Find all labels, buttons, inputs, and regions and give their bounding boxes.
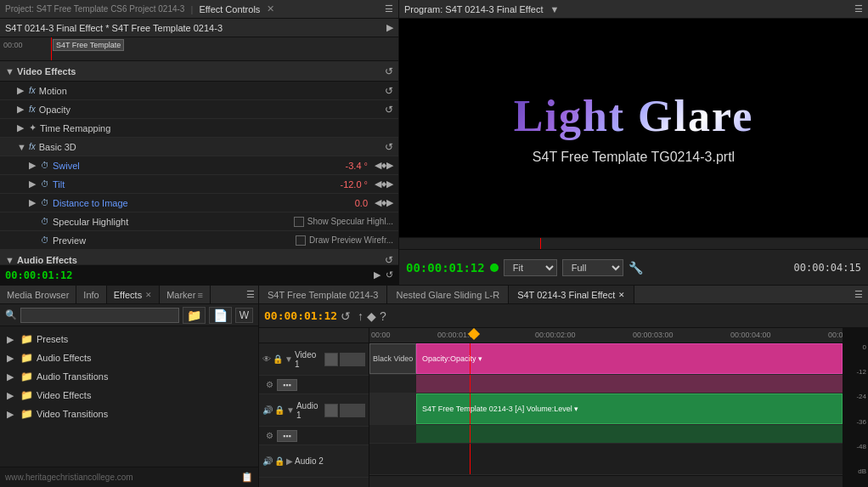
db-label: dB xyxy=(844,467,866,475)
seq-play-arrow[interactable]: ▶ xyxy=(386,22,393,33)
tilt-expand[interactable]: ▶ xyxy=(29,178,37,190)
timeline-scrollbar[interactable] xyxy=(369,475,843,487)
time-remap-name: Time Remapping xyxy=(40,123,393,133)
video1-dropdown-arrow[interactable]: ▼ xyxy=(285,354,293,364)
preview-subtitle: S4T Free Template TG0214-3.prtl xyxy=(514,150,753,165)
effect-controls-close[interactable]: ✕ xyxy=(267,3,274,14)
new-bin-btn[interactable]: 📁 xyxy=(183,307,206,324)
video-opacity-clip[interactable]: Opacity:Opacity ▾ xyxy=(416,343,843,374)
tree-item-presets[interactable]: ▶ 📁 Presets xyxy=(0,330,258,348)
playhead xyxy=(51,37,52,60)
tilt-nav-right[interactable]: ▶ xyxy=(386,178,393,190)
footer-icon[interactable]: 📋 xyxy=(241,472,253,483)
swivel-value[interactable]: -3.4 ° xyxy=(346,161,368,171)
timeline-tab-s4t-final[interactable]: S4T 0214-3 Final Effect ✕ xyxy=(509,286,634,303)
timeline-panel-menu[interactable]: ☰ xyxy=(849,289,868,300)
audio-effects-reset[interactable]: ↺ xyxy=(385,254,393,265)
video1-clip-btn1[interactable]: ▪▪▪ xyxy=(277,379,297,391)
timeline-time-display[interactable]: 00:00:01:12 xyxy=(264,309,337,322)
audio1-ctrl1[interactable] xyxy=(324,404,338,417)
swivel-nav-right[interactable]: ▶ xyxy=(386,160,393,171)
tree-item-video-effects[interactable]: ▶ 📁 Video Effects xyxy=(0,386,258,405)
extra-btn[interactable]: W xyxy=(235,308,253,323)
tab-effects[interactable]: Effects ✕ xyxy=(107,286,160,303)
monitor-time-display[interactable]: 00:00:01:12 xyxy=(406,261,485,275)
effects-tab-close[interactable]: ✕ xyxy=(145,291,152,299)
quality-dropdown[interactable]: Full Half Quarter xyxy=(562,259,623,276)
monitor-menu[interactable]: ☰ xyxy=(854,3,863,14)
preview-checkbox[interactable] xyxy=(296,235,306,246)
loop-btn[interactable]: ↺ xyxy=(386,269,393,280)
play-btn[interactable]: ▶ xyxy=(374,269,380,280)
wrench-icon[interactable]: 🔧 xyxy=(628,261,643,275)
video1-clip-controls[interactable]: ⚙ xyxy=(266,380,273,389)
video-effects-expand[interactable]: ▼ xyxy=(5,66,14,76)
tl-refresh-btn[interactable]: ↺ xyxy=(341,309,351,323)
audio2-speaker-icon[interactable]: 🔊 xyxy=(262,456,273,466)
search-input[interactable] xyxy=(20,308,179,323)
tree-item-audio-transitions[interactable]: ▶ 📁 Audio Transitions xyxy=(0,367,258,386)
motion-reset[interactable]: ↺ xyxy=(385,85,393,97)
tl-marker-btn[interactable]: ◆ xyxy=(367,309,376,323)
tab-marker[interactable]: Marker ≡ xyxy=(160,286,211,303)
video1-ctrl2[interactable] xyxy=(340,353,365,366)
audio-effects-section-header[interactable]: ▼ Audio Effects ↺ xyxy=(0,250,398,264)
tl-lift-btn[interactable]: ↑ xyxy=(358,309,364,323)
video-effects-section-header[interactable]: ▼ Video Effects ↺ xyxy=(0,61,398,82)
timeline-tab-s4t-template[interactable]: S4T Free Template 0214-3 xyxy=(259,286,387,303)
monitor-dropdown[interactable]: ▼ xyxy=(550,4,559,14)
audio1-track: S4T Free Template 0214-3 [A] Volume:Leve… xyxy=(369,394,843,425)
specular-checkbox[interactable] xyxy=(294,217,304,227)
audio1-speaker-icon[interactable]: 🔊 xyxy=(262,405,273,415)
audio-effects-expand[interactable]: ▼ xyxy=(5,255,14,265)
motion-fx-badge: fx xyxy=(29,86,36,95)
audio1-clip-btn1[interactable]: ▪▪▪ xyxy=(277,430,297,442)
tab-media-browser[interactable]: Media Browser xyxy=(0,286,76,303)
distance-expand[interactable]: ▶ xyxy=(29,197,37,208)
tilt-nav-left[interactable]: ◀ xyxy=(375,178,381,190)
video1-name: Video 1 xyxy=(295,350,323,369)
monitor-viewport: Light Glare S4T Free Template TG0214-3.p… xyxy=(399,19,868,237)
video-effects-reset[interactable]: ↺ xyxy=(385,65,393,77)
audio1-clip[interactable]: S4T Free Template 0214-3 [A] Volume:Leve… xyxy=(416,394,843,424)
audio-effects-title: Audio Effects xyxy=(17,255,77,265)
black-video-clip[interactable]: Black Video xyxy=(369,343,416,374)
tl-question-btn[interactable]: ? xyxy=(380,309,386,323)
fit-dropdown[interactable]: Fit 25% 50% 100% xyxy=(504,259,557,276)
audio-sub-playhead xyxy=(470,425,471,443)
effects-panel-menu[interactable]: ☰ xyxy=(243,289,258,300)
opacity-reset[interactable]: ↺ xyxy=(385,104,393,116)
audio1-dropdown-arrow[interactable]: ▼ xyxy=(286,405,295,415)
swivel-expand[interactable]: ▶ xyxy=(29,160,37,171)
distance-nav-left[interactable]: ◀ xyxy=(375,197,381,208)
new-item-btn[interactable]: 📄 xyxy=(209,307,232,324)
distance-value[interactable]: 0.0 xyxy=(355,198,368,208)
audio2-lock-icon[interactable]: 🔒 xyxy=(274,456,285,466)
marker-tab-menu[interactable]: ≡ xyxy=(197,290,202,300)
effect-controls-title[interactable]: Effect Controls xyxy=(199,4,260,14)
time-remap-expand[interactable]: ▶ xyxy=(17,122,25,133)
audio1-clip-controls[interactable]: ⚙ xyxy=(266,431,273,440)
motion-expand[interactable]: ▶ xyxy=(17,85,25,96)
monitor-duration: 00:00:04:15 xyxy=(794,262,861,274)
basic3d-reset[interactable]: ↺ xyxy=(385,141,393,153)
video1-lock-icon[interactable]: 🔒 xyxy=(273,354,283,364)
tab-info[interactable]: Info xyxy=(76,286,106,303)
distance-nav-right[interactable]: ▶ xyxy=(386,197,393,208)
swivel-row: ▶ ⏱ Swivel -3.4 ° ◀ ◆ ▶ xyxy=(0,156,398,175)
timeline-tab-nested[interactable]: Nested Glare Sliding L-R xyxy=(387,286,509,303)
swivel-nav-left[interactable]: ◀ xyxy=(375,160,381,171)
tree-item-audio-effects[interactable]: ▶ 📁 Audio Effects xyxy=(0,348,258,367)
audio2-dropdown-arrow[interactable]: ▶ xyxy=(286,456,293,466)
panel-menu-icon[interactable]: ☰ xyxy=(385,3,393,14)
tilt-value[interactable]: -12.0 ° xyxy=(340,179,368,190)
video-effects-title: Video Effects xyxy=(17,66,76,76)
opacity-expand[interactable]: ▶ xyxy=(17,104,25,115)
final-tab-close[interactable]: ✕ xyxy=(618,291,625,299)
video1-ctrl1[interactable] xyxy=(324,353,338,366)
basic3d-expand[interactable]: ▼ xyxy=(17,142,25,152)
tree-item-video-transitions[interactable]: ▶ 📁 Video Transitions xyxy=(0,405,258,423)
video1-eye-icon[interactable]: 👁 xyxy=(262,354,271,364)
audio1-ctrl2[interactable] xyxy=(340,404,365,417)
audio1-lock-icon[interactable]: 🔒 xyxy=(274,405,285,415)
